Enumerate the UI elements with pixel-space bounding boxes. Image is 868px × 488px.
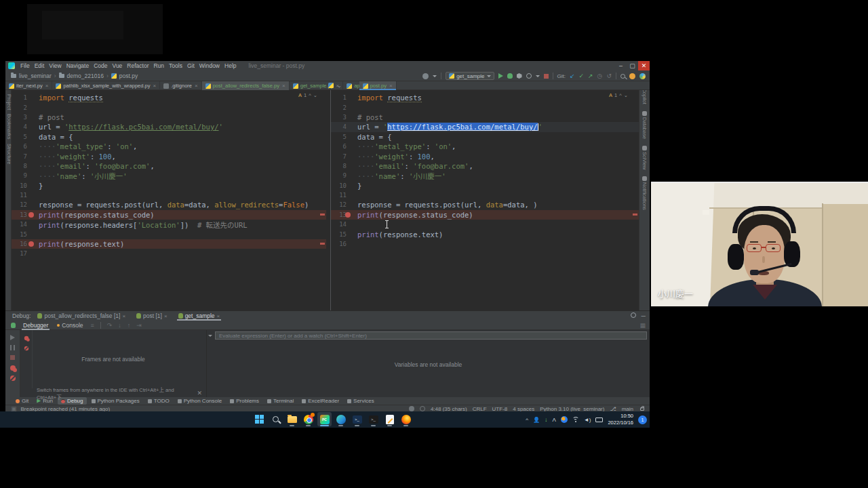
breadcrumb-item[interactable]: live_seminar (19, 73, 52, 79)
menu-help[interactable]: Help (224, 62, 236, 69)
breakpoint-dot[interactable] (28, 241, 34, 247)
run-to-cursor-icon[interactable]: ⇥ (136, 322, 142, 329)
menu-edit[interactable]: Edit (35, 62, 45, 69)
wifi-icon[interactable] (572, 417, 579, 422)
stop-icon[interactable] (10, 355, 15, 360)
toolwindow-git[interactable]: Git (12, 397, 32, 405)
tool-stripe-sciview[interactable]: SciView (642, 146, 648, 170)
tray-app-icon[interactable] (561, 416, 568, 423)
taskbar-search-button[interactable] (269, 412, 283, 426)
pause-icon[interactable] (10, 345, 15, 350)
tab-list-chevron-icon[interactable]: ⌄ (337, 83, 342, 89)
tab-pathlib-xlsx-sample-with-wrapped-py[interactable]: pathlib_xlsx_sample_with_wrapped.py× (52, 81, 160, 90)
tab-iter-next-py[interactable]: iter_next.py× (5, 81, 52, 90)
gear-icon[interactable] (631, 312, 636, 318)
git-commit-icon[interactable]: ✓ (579, 73, 585, 79)
coverage-button[interactable] (517, 73, 522, 79)
tab-options-icon[interactable]: ⋮ (345, 83, 351, 89)
search-everywhere-icon[interactable] (620, 74, 625, 79)
menu-git[interactable]: Git (187, 62, 195, 69)
editor-pane-right[interactable]: 1import requests23# post4url = 'https://… (330, 90, 639, 310)
profiler-button[interactable] (526, 73, 532, 79)
code-with-me-icon[interactable] (639, 73, 646, 79)
breakpoints-icon[interactable] (24, 336, 28, 340)
start-button[interactable] (252, 412, 267, 426)
tab-post-allow-redirects-false-py[interactable]: post_allow_redirects_false.py× (202, 81, 290, 90)
debug-button[interactable] (507, 73, 513, 79)
menu-navigate[interactable]: Navigate (66, 62, 90, 69)
user-icon[interactable] (422, 73, 429, 79)
menu-run[interactable]: Run (153, 62, 164, 69)
tool-stripe-bookmarks[interactable]: Bookmarks (6, 114, 12, 140)
tool-stripe-database[interactable]: Database (642, 111, 648, 139)
breadcrumb-item[interactable]: post.py (119, 73, 138, 79)
stop-button[interactable] (544, 74, 549, 79)
history-icon[interactable]: ◷ (597, 73, 603, 79)
menu-vue[interactable]: Vue (113, 62, 123, 69)
tray-download-icon[interactable]: ↓ (545, 416, 548, 423)
debug-session-get-sample[interactable]: get_sample× (177, 311, 222, 321)
toolwindow-terminal[interactable]: Terminal (264, 397, 297, 405)
breadcrumb[interactable]: live_seminar›demo_221016›post.py (11, 73, 138, 79)
watch-dropdown-icon[interactable] (208, 335, 212, 337)
firefox-button[interactable] (399, 412, 413, 426)
close-button[interactable]: ✕ (638, 61, 650, 70)
menu-refactor[interactable]: Refactor (127, 62, 149, 69)
git-push-icon[interactable]: ↗ (588, 73, 593, 79)
notepad-button[interactable] (382, 412, 397, 426)
tray-user-icon[interactable]: 👤 (533, 417, 540, 423)
view-tab-console[interactable]: Console (56, 321, 84, 330)
step-out-icon[interactable]: ↑ (127, 322, 131, 329)
ime-keyboard-icon[interactable] (595, 418, 603, 422)
volume-icon[interactable]: ◄) (584, 417, 591, 423)
breadcrumb-item[interactable]: demo_221016 (67, 73, 104, 79)
layout-settings-icon[interactable]: ≡ (91, 322, 94, 329)
menu-tools[interactable]: Tools (169, 62, 182, 69)
taskbar-clock[interactable]: 10:50 2022/10/16 (608, 413, 633, 426)
mute-breakpoints-icon[interactable] (10, 375, 16, 381)
user-dropdown-icon[interactable] (433, 75, 437, 77)
tray-chevron-icon[interactable]: ^ (526, 417, 528, 423)
git-update-icon[interactable]: ↙ (570, 73, 575, 79)
toolwindow-services[interactable]: Services (344, 397, 378, 405)
account-avatar[interactable] (629, 73, 635, 79)
close-session-icon[interactable]: × (217, 313, 220, 319)
close-tab-icon[interactable]: × (195, 83, 198, 89)
tool-stripe-structure[interactable]: Structure (6, 144, 12, 164)
evaluate-expression-input[interactable]: Evaluate expression (Enter) or add a wat… (215, 331, 647, 340)
mute-icon[interactable] (24, 346, 28, 350)
run-button[interactable] (498, 73, 503, 79)
profiler-dropdown-icon[interactable] (536, 75, 540, 77)
tool-stripe-project[interactable]: Project (6, 94, 12, 110)
close-tab-icon[interactable]: × (282, 83, 285, 89)
breakpoint-dot[interactable] (345, 212, 351, 218)
close-session-icon[interactable]: × (164, 313, 167, 319)
resume-icon[interactable] (10, 335, 15, 340)
view-tab-debugger[interactable]: Debugger (22, 321, 50, 330)
rollback-icon[interactable]: ↺ (606, 73, 612, 79)
minimize-button[interactable]: – (615, 61, 627, 70)
hide-panel-icon[interactable]: ─ (642, 312, 646, 319)
inspection-widget-right[interactable]: A1^⌄ (609, 92, 628, 98)
inspection-widget-left[interactable]: A1^⌄ (298, 92, 317, 98)
run-config-selector[interactable]: get_sample (446, 72, 494, 80)
file-explorer-button[interactable] (285, 412, 299, 426)
pycharm-taskbar-button[interactable]: PC (317, 412, 332, 426)
tool-stripe-notifications[interactable]: Notifications (642, 176, 648, 210)
tab-post-py[interactable]: post.py× (359, 81, 397, 90)
toolwindow-problems[interactable]: Problems (226, 397, 262, 405)
toolwindow-excelreader[interactable]: ExcelReader (298, 397, 342, 405)
edge-button[interactable] (334, 412, 348, 426)
menu-code[interactable]: Code (94, 62, 107, 69)
tab--gitignore[interactable]: .gitignore× (160, 81, 202, 90)
tray-antenna-icon[interactable]: Λ (553, 417, 556, 423)
maximize-button[interactable]: ▢ (627, 61, 638, 70)
close-session-icon[interactable]: × (122, 313, 125, 319)
view-breakpoints-icon[interactable] (10, 365, 16, 371)
step-into-icon[interactable]: ↓ (118, 322, 121, 329)
close-tab-icon[interactable]: × (389, 83, 393, 89)
close-hint-icon[interactable]: ✕ (197, 390, 202, 396)
close-tab-icon[interactable]: × (45, 83, 49, 89)
debug-session-post-allow-redirects-false-1-[interactable]: post_allow_redirects_false [1]× (36, 311, 127, 321)
terminal-button[interactable]: >_ (366, 412, 380, 426)
